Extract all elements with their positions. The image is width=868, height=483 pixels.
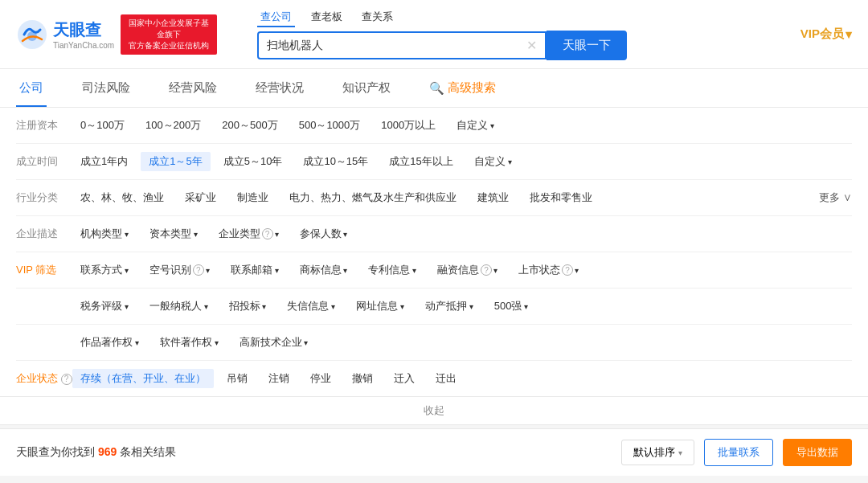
filter-label-status: 企业状态 ?	[16, 371, 72, 386]
collapse-row: 收起	[0, 397, 868, 425]
vip-software-copyright[interactable]: 软件著作权	[152, 333, 227, 352]
filter-area: 注册资本 0～100万 100～200万 200～500万 500～1000万 …	[0, 108, 868, 397]
logo-name: 天眼查	[53, 19, 114, 41]
vip-trademark[interactable]: 商标信息	[292, 260, 356, 280]
search-input[interactable]	[267, 39, 526, 52]
vip-dishonest[interactable]: 失信信息	[279, 297, 343, 316]
vip-bidding[interactable]: 招投标	[221, 297, 275, 316]
desc-org-type[interactable]: 机构类型	[72, 224, 137, 244]
vip-email[interactable]: 联系邮箱	[223, 260, 287, 280]
filter-label-vip: VIP 筛选	[16, 263, 72, 277]
logo-area: 天眼查 TianYanCha.com 国家中小企业发展子基金旗下 官方备案企业征…	[16, 14, 241, 55]
status-withdrawn[interactable]: 撤销	[344, 369, 381, 388]
filter-row-status: 企业状态 ? 存续（在营、开业、在业） 吊销 注销 停业 撤销 迁入 迁出	[16, 361, 852, 396]
status-active[interactable]: 存续（在营、开业、在业）	[72, 369, 214, 388]
search-nav: 查公司 查老板 查关系	[257, 8, 784, 27]
filter-label-industry: 行业分类	[16, 190, 72, 205]
capital-1000+[interactable]: 1000万以上	[373, 116, 444, 135]
vip-tax-rating[interactable]: 税务评级	[72, 297, 137, 316]
industry-construction[interactable]: 建筑业	[469, 188, 517, 207]
tab-ip[interactable]: 知识产权	[339, 69, 394, 107]
time-1year[interactable]: 成立1年内	[72, 152, 136, 171]
vip-high-tech[interactable]: 高新技术企业	[231, 333, 317, 352]
listed-question[interactable]: ?	[562, 264, 573, 276]
status-suspended[interactable]: 停业	[302, 369, 339, 388]
enterprise-type-question[interactable]: ?	[262, 228, 273, 239]
financing-question[interactable]: ?	[481, 264, 492, 276]
vip-copyright[interactable]: 作品著作权	[72, 333, 147, 352]
logo-icon	[16, 18, 48, 51]
time-10-15year[interactable]: 成立10～15年	[295, 152, 376, 171]
filter-label-capital: 注册资本	[16, 118, 72, 133]
industry-mfg[interactable]: 制造业	[229, 188, 276, 207]
search-tab-company[interactable]: 查公司	[257, 8, 295, 27]
search-icon: 🔍	[429, 81, 444, 96]
industry-energy[interactable]: 电力、热力、燃气及水生产和供应业	[281, 188, 465, 207]
capital-0-100[interactable]: 0～100万	[72, 116, 133, 135]
tab-advanced-search[interactable]: 🔍 高级搜索	[426, 69, 499, 107]
filter-label-enterprise-desc: 企业描述	[16, 227, 72, 241]
vip-500[interactable]: 500强	[486, 297, 536, 316]
filter-items-vip1: 联系方式 空号识别 ? 联系邮箱 商标信息 专利信息 融资信息 ? 上市状态 ?	[72, 260, 852, 280]
search-tab-boss[interactable]: 查老板	[308, 8, 346, 27]
capital-500-1000[interactable]: 500～1000万	[291, 116, 369, 135]
filter-row-vip3: 作品著作权 软件著作权 高新技术企业	[16, 325, 852, 361]
status-move-out[interactable]: 迁出	[428, 369, 465, 388]
filter-items-vip3: 作品著作权 软件著作权 高新技术企业	[72, 333, 852, 352]
status-revoked[interactable]: 吊销	[219, 369, 256, 388]
vip-listed[interactable]: 上市状态 ?	[510, 260, 587, 280]
vip-button[interactable]: VIP会员 ▾	[800, 27, 852, 42]
desc-enterprise-type[interactable]: 企业类型 ?	[211, 224, 287, 244]
vip-general-taxpayer[interactable]: 一般纳税人	[141, 297, 216, 316]
vip-patent[interactable]: 专利信息	[360, 260, 424, 280]
filter-row-vip2: 税务评级 一般纳税人 招投标 失信信息 网址信息 动产抵押 500强	[16, 289, 852, 325]
filter-row-time: 成立时间 成立1年内 成立1～5年 成立5～10年 成立10～15年 成立15年…	[16, 144, 852, 180]
vip-financing[interactable]: 融资信息 ?	[429, 260, 506, 280]
tab-judicial-risk[interactable]: 司法风险	[79, 69, 133, 107]
desc-capital-type[interactable]: 资本类型	[141, 224, 206, 244]
vip-empty-number[interactable]: 空号识别 ?	[141, 260, 218, 280]
filter-items-time: 成立1年内 成立1～5年 成立5～10年 成立10～15年 成立15年以上 自定…	[72, 152, 852, 171]
industry-mining[interactable]: 采矿业	[177, 188, 224, 207]
status-move-in[interactable]: 迁入	[386, 369, 423, 388]
industry-more[interactable]: 更多 ∨	[819, 190, 852, 205]
search-tab-relation[interactable]: 查关系	[358, 8, 396, 27]
filter-row-enterprise-desc: 企业描述 机构类型 资本类型 企业类型 ? 参保人数	[16, 216, 852, 252]
results-bar: 天眼查为你找到 969 条相关结果 默认排序 批量联系 导出数据	[0, 428, 868, 476]
filter-row-industry: 行业分类 农、林、牧、渔业 采矿业 制造业 电力、热力、燃气及水生产和供应业 建…	[16, 180, 852, 216]
time-1-5year[interactable]: 成立1～5年	[141, 152, 210, 171]
status-question[interactable]: ?	[61, 374, 72, 385]
export-data-button[interactable]: 导出数据	[783, 439, 852, 466]
time-5-10year[interactable]: 成立5～10年	[215, 152, 291, 171]
time-custom[interactable]: 自定义	[466, 152, 520, 171]
logo-text: 天眼查 TianYanCha.com	[53, 19, 114, 50]
clear-icon[interactable]: ✕	[526, 38, 537, 53]
vip-website[interactable]: 网址信息	[348, 297, 412, 316]
desc-insured-count[interactable]: 参保人数	[292, 224, 356, 244]
results-text: 天眼查为你找到 969 条相关结果	[16, 445, 612, 460]
search-input-row: ✕ 天眼一下	[257, 31, 784, 60]
logo: 天眼查 TianYanCha.com	[16, 18, 114, 51]
tab-operation-risk[interactable]: 经营风险	[166, 69, 220, 107]
sort-button[interactable]: 默认排序	[621, 440, 694, 465]
search-wrapper: 查公司 查老板 查关系 ✕ 天眼一下	[257, 8, 784, 60]
empty-number-question[interactable]: ?	[193, 264, 204, 276]
capital-200-500[interactable]: 200～500万	[214, 116, 285, 135]
batch-contact-button[interactable]: 批量联系	[704, 439, 773, 466]
vip-label: VIP会员	[800, 27, 844, 42]
filter-items-industry: 农、林、牧、渔业 采矿业 制造业 电力、热力、燃气及水生产和供应业 建筑业 批发…	[72, 188, 819, 207]
results-suffix: 条相关结果	[120, 445, 176, 458]
vip-contact[interactable]: 联系方式	[72, 260, 137, 280]
vip-chattel[interactable]: 动产抵押	[417, 297, 481, 316]
collapse-button[interactable]: 收起	[424, 404, 444, 416]
status-cancelled[interactable]: 注销	[260, 369, 297, 388]
tab-operation-status[interactable]: 经营状况	[252, 69, 307, 107]
logo-domain: TianYanCha.com	[53, 41, 114, 50]
capital-custom[interactable]: 自定义	[448, 116, 502, 135]
search-button[interactable]: 天眼一下	[547, 31, 627, 60]
time-15year+[interactable]: 成立15年以上	[381, 152, 461, 171]
industry-retail[interactable]: 批发和零售业	[522, 188, 600, 207]
capital-100-200[interactable]: 100～200万	[137, 116, 209, 135]
industry-agri[interactable]: 农、林、牧、渔业	[72, 188, 172, 207]
tab-company[interactable]: 公司	[16, 69, 47, 107]
